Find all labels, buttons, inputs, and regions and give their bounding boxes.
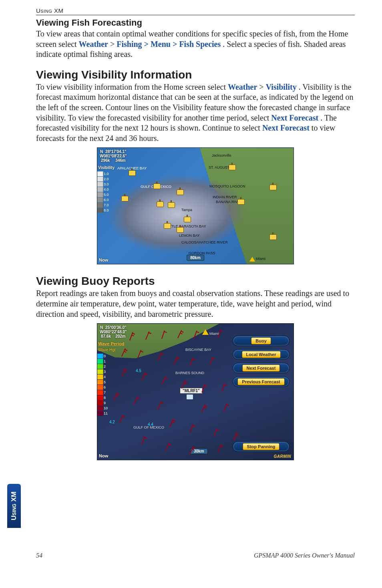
wind-barb-icon [201, 404, 205, 413]
legend-value: 5.0 [104, 192, 109, 197]
stop-panning-button[interactable]: Stop Panning [233, 441, 290, 452]
wind-barb-icon [209, 357, 213, 366]
legend-row: 11 [97, 411, 108, 416]
legend-row: 5 [97, 379, 108, 385]
depth-reading: 4.5 [136, 369, 141, 373]
legend-row: 2 [97, 364, 108, 369]
wind-barb-icon [133, 397, 138, 405]
page-footer: 54 GPSMAP 4000 Series Owner's Manual [36, 552, 355, 559]
legend-swatch [97, 359, 103, 364]
depth-reading: 4.2 [109, 420, 115, 424]
button-label: Next Forecast [242, 364, 280, 372]
wind-barb-icon [157, 352, 162, 361]
text: To view visibility information from the … [36, 83, 228, 91]
link-next-forecast: Next Forecast [271, 113, 318, 122]
legend-row: 6.0 [97, 197, 109, 202]
legend-value: 1.0 [104, 171, 109, 176]
legend-swatch [97, 354, 103, 358]
legend-row: 3 [97, 369, 108, 374]
nav-fish-species: Fish Species [179, 40, 221, 48]
legend-row: 1 [97, 358, 108, 364]
heading-buoy-reports: Viewing Buoy Reports [36, 275, 355, 288]
legend-value: 4.0 [104, 187, 109, 192]
wind-barb-icon [173, 356, 178, 365]
port-icon [157, 201, 164, 207]
section-tab-label: Using XM [10, 491, 18, 520]
label-caloosa: CALOOSAHATCHEE RIVER [181, 241, 228, 244]
nav-fishing: Fishing [117, 40, 142, 48]
paragraph-visibility: To view visibility information from the … [36, 82, 355, 144]
previous-forecast-button[interactable]: Previous Forecast [233, 377, 290, 387]
heading-visibility: Viewing Visibility Information [36, 68, 355, 81]
legend-swatch [97, 411, 103, 416]
legend-row: 10 [97, 405, 108, 411]
wind-barb-icon [121, 368, 125, 377]
nav-menu: Menu [151, 40, 171, 48]
legend-value: 1 [104, 359, 106, 364]
wind-barb-icon [141, 436, 145, 445]
legend-value: 3 [104, 369, 106, 374]
legend-swatch [97, 182, 103, 187]
buoy-station-chip[interactable]: "MLRF1" [180, 388, 203, 394]
time-label-now: Now [99, 453, 108, 458]
wind-barb-icon [157, 401, 162, 410]
legend-row: 5.0 [97, 192, 109, 197]
nav-weather: Weather [228, 83, 257, 91]
wind-barb-icon [217, 444, 221, 453]
time-label-now: Now [99, 258, 108, 262]
legend-value: 9 [104, 401, 106, 405]
wind-barb-icon [233, 432, 237, 441]
figure-visibility-map: N 28°17'04.1" W081°08'22.6" 296k 346m Vi… [97, 147, 294, 264]
gps-coordinates: N 25°00'36.0" W080°22'48.0" 87.6k 202m [100, 325, 127, 338]
legend-swatch [97, 187, 103, 192]
legend-swatch [97, 401, 103, 405]
wind-barb-icon [189, 358, 193, 366]
label-barnes: BARNES SOUND [175, 371, 204, 375]
wind-barb-icon [161, 377, 166, 385]
legend-value: 8.0 [104, 208, 109, 213]
legend-swatch [97, 171, 103, 176]
legend-row: 0 [97, 353, 108, 358]
label-indian: INDIAN RIVER [213, 195, 237, 199]
wind-barb-icon [221, 383, 225, 392]
wind-barb-icon [189, 424, 193, 433]
label-tampa: Tampa [181, 208, 192, 212]
port-icon [229, 165, 236, 170]
legend-row: 2.0 [97, 176, 109, 181]
legend-subtitle: Wave Hgt [98, 348, 116, 352]
figure-buoy-map: N 25°00'36.0" W080°22'48.0" 87.6k 202m W… [97, 323, 294, 460]
legend-title: Wave Period [98, 341, 125, 346]
button-label: Local Weather [242, 351, 281, 358]
label-miami: Miami [256, 257, 265, 261]
legend-value: 6.0 [104, 197, 109, 202]
wind-barb-icon [165, 443, 169, 451]
next-forecast-button[interactable]: Next Forecast [233, 363, 290, 373]
local-weather-button[interactable]: Local Weather [233, 349, 290, 360]
nav-weather: Weather [79, 40, 108, 48]
port-icon [121, 196, 129, 201]
port-icon [177, 227, 184, 233]
nav-separator: > [110, 40, 117, 48]
legend-swatch [97, 385, 103, 390]
buoy-button[interactable]: Buoy [233, 336, 290, 346]
legend-value: 7 [104, 390, 106, 395]
wave-height-legend: 01234567891011 [97, 353, 108, 416]
running-head: Using XM [36, 7, 355, 15]
label-lemon: LEMON BAY [179, 234, 200, 238]
wind-barb-icon [169, 419, 174, 427]
nav-separator: > [173, 40, 179, 48]
legend-value: 5 [104, 380, 106, 385]
buoy-station-icon [186, 394, 193, 400]
port-icon [269, 234, 277, 240]
port-icon [164, 223, 171, 229]
legend-swatch [97, 192, 103, 197]
manual-title: GPSMAP 4000 Series Owner's Manual [254, 552, 355, 559]
legend-swatch [97, 395, 103, 400]
link-next-forecast: Next Forecast [262, 123, 310, 132]
legend-swatch [97, 364, 103, 369]
legend-row: 3.0 [97, 181, 109, 187]
legend-row: 7 [97, 390, 108, 395]
nav-separator: > [259, 83, 265, 91]
legend-row: 8 [97, 395, 108, 400]
label-little-sarasota: LITTLE SARASOTA BAY [166, 225, 206, 228]
